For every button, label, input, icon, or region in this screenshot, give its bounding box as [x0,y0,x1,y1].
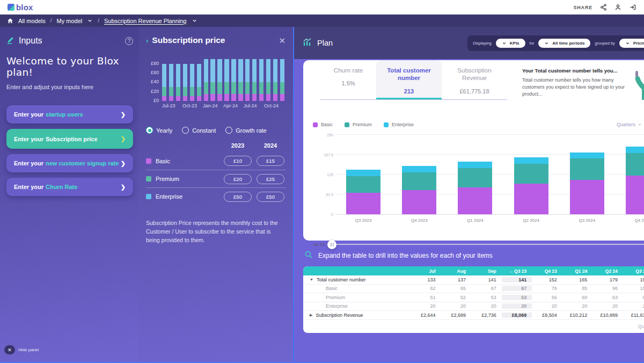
tier-price-input[interactable]: £20 [224,174,252,184]
search-icon [304,250,313,261]
grouping-dropdown[interactable]: Pricing Tier [619,39,644,48]
mini-segment-basic [162,96,166,101]
time-periods-dropdown[interactable]: All time periods [538,39,590,48]
plan-table-card: JulAugSep→ Q3 23Q4 23Q1 24Q2 24Q3 24Q4 2… [303,266,644,333]
table-cell: £10,212 [562,313,593,318]
chevron-down-icon[interactable] [87,18,93,24]
tier-swatch-icon [146,158,151,164]
mini-x-tick: Jan-24 [203,103,223,108]
table-cell: 96 [592,286,623,291]
table-row-basic[interactable]: Basic62656767768596108122 [303,285,644,294]
table-column-sep[interactable]: Sep [471,268,502,274]
table-cell: 20 [562,303,593,309]
chevron-down-icon[interactable] [192,18,197,24]
legend-item-basic: Basic [313,122,333,127]
topbar-actions: SHARE [573,4,636,11]
inputs-panel: Inputs ? Welcome to your Blox plan! Ente… [0,27,138,363]
mini-segment-enterprise [162,64,166,87]
help-icon[interactable]: ? [125,37,133,45]
tier-name: Basic [156,158,224,164]
kpi-tab-value: £61,775.18 [449,88,500,95]
table-column-q3-23[interactable]: → Q3 23 [502,268,532,274]
close-icon[interactable]: ✕ [279,37,286,45]
kpi-tab-total-customer-number[interactable]: Total customer number213 [376,60,442,99]
kpi-tab-churn-rate[interactable]: Churn rate1.5% [320,60,376,99]
chart-bar-q4-2023[interactable]: Q4 2023 [391,135,447,214]
table-column-q1-24[interactable]: Q1 24 [562,268,593,274]
tier-price-input[interactable]: £15 [257,156,284,166]
sign-out-icon[interactable] [629,4,636,11]
table-row-enterprise[interactable]: Enterprise202020202020202020 [303,302,644,311]
chart-bar-q2-2024[interactable]: Q2 2024 [503,135,559,214]
kpis-dropdown[interactable]: KPIs [496,39,525,48]
home-icon[interactable] [7,18,13,24]
slider-track[interactable] [328,239,644,249]
input-button-highlight: startup users [46,111,83,118]
table-cell: 53 [502,295,532,300]
table-cell: 62 [411,286,441,291]
tier-price-input[interactable]: £10 [224,156,252,166]
account-icon[interactable] [614,4,621,11]
mini-segment-premium [169,87,173,96]
quarters-dropdown[interactable]: Quarters [617,122,642,127]
close-icon: ✕ [4,345,15,354]
expand-icon[interactable]: ▶ [310,313,312,317]
breadcrumb-page-title[interactable]: Subscription Revenue Planning [104,18,187,24]
breadcrumb-all-models[interactable]: All models [18,18,46,24]
kpi-tab-subscription-revenue[interactable]: Subscription Revenue£61,775.18 [442,60,507,99]
table-cell: 20 [441,303,472,309]
table-cell: 67 [623,295,644,300]
gridline [335,134,644,135]
input-button-churn-rate[interactable]: Enter yourChurn Rate❯ [6,178,133,196]
slider-handle-start[interactable] [327,240,336,249]
legend-item-enterprise: Enterprise [384,122,414,127]
table-cell: £2,736 [471,313,502,318]
table-column-q3-24[interactable]: Q3 24 [623,268,644,274]
table-column-jul[interactable]: Jul [411,268,441,274]
table-row-premium[interactable]: Premium515253535660636771 [303,293,644,302]
year-header-2024: 2024 [257,142,284,149]
chart-bar-q3-2024[interactable]: Q3 2024 [559,135,615,214]
radio-growth-rate[interactable]: Growth rate [225,127,266,134]
mini-segment-basic [217,94,222,101]
tier-price-input[interactable]: £50 [224,192,252,202]
mini-segment-enterprise [217,59,222,82]
input-button-highlight: new customer signup rate [46,160,119,166]
mini-bar-Jun-24 [238,57,243,101]
mini-segment-premium [259,82,264,94]
input-button-new-customer-signup-rate[interactable]: Enter yournew customer signup rate❯ [6,154,133,172]
input-button-startup-users[interactable]: Enter yourstartup users❯ [6,105,133,124]
mini-segment-premium [273,82,277,94]
mini-bar-Oct-24 [266,57,270,101]
chart-bar-q1-2024[interactable]: Q1 2024 [447,135,503,214]
mini-segment-enterprise [252,59,257,82]
hide-panel-button[interactable]: ✕ Hide panel [4,345,39,354]
table-column-q2-24[interactable]: Q2 24 [592,268,623,274]
mini-segment-premium [238,82,243,94]
table-period-dropdown[interactable]: Quarterly [638,324,644,329]
chart-bar-q4-2024[interactable]: Q4 2024 [615,135,644,214]
tier-price-input[interactable]: £25 [257,174,284,184]
plan-panel: Plan Displaying KPIs for All time period… [294,27,644,363]
collapse-icon[interactable]: ▼ [310,278,313,281]
share-label[interactable]: SHARE [573,5,592,10]
mini-segment-basic [183,96,187,101]
table-column-q4-23[interactable]: Q4 23 [532,268,562,274]
chevron-right-icon: ❯ [121,111,126,118]
radio-yearly[interactable]: Yearly [146,127,172,134]
tier-price-input[interactable]: £50 [257,192,284,202]
blox-logo[interactable]: blox [8,3,33,12]
table-row-total-customer-number[interactable]: ▼Total customer number133137141141152165… [303,275,644,285]
input-button-prefix: Enter your [14,111,43,118]
mini-bar-Jan-24 [204,57,208,101]
table-row-subscription-revenue[interactable]: ▶Subscription Revenue£2,644£2,689£2,736£… [303,311,644,320]
input-button-subscription-price[interactable]: Enter yourSubscription price❯ [6,129,133,149]
table-header-row: JulAugSep→ Q3 23Q4 23Q1 24Q2 24Q3 24Q4 2… [303,266,644,275]
chart-bar-q3-2023[interactable]: Q3 2023 [335,135,391,214]
mini-segment-basic [210,94,215,101]
breadcrumb-my-model[interactable]: My model [57,18,83,24]
radio-constant[interactable]: Constant [182,127,216,134]
table-column-aug[interactable]: Aug [441,268,472,274]
kpi-tab-label: Subscription Revenue [449,67,500,82]
share-icon[interactable] [600,4,607,11]
